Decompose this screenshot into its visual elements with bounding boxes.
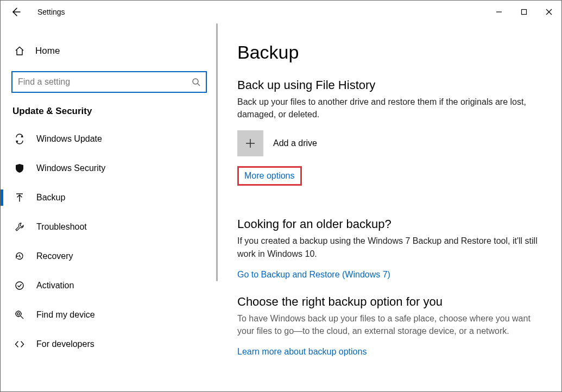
home-label: Home xyxy=(35,46,60,56)
older-title: Looking for an older backup? xyxy=(237,217,538,231)
titlebar: Settings xyxy=(1,1,561,23)
svg-rect-1 xyxy=(522,10,527,15)
home-icon xyxy=(14,45,26,57)
older-desc: If you created a backup using the Window… xyxy=(237,235,538,260)
sidebar-item-label: Windows Update xyxy=(36,134,102,144)
add-drive-label: Add a drive xyxy=(273,138,317,148)
add-drive-row[interactable]: Add a drive xyxy=(237,130,538,156)
sidebar-item-label: Windows Security xyxy=(36,163,105,173)
section-file-history: Back up using File History Back up your … xyxy=(237,78,538,202)
file-history-title: Back up using File History xyxy=(237,78,538,92)
window-title: Settings xyxy=(37,8,65,16)
search-box[interactable] xyxy=(11,71,207,93)
minimize-button[interactable] xyxy=(487,1,512,23)
sidebar-item-label: For developers xyxy=(36,339,94,349)
section-older-backup: Looking for an older backup? If you crea… xyxy=(237,217,538,279)
svg-line-5 xyxy=(198,84,200,86)
more-options-highlight: More options xyxy=(237,166,302,186)
history-icon xyxy=(14,250,26,262)
check-circle-icon xyxy=(14,280,26,292)
sidebar-item-for-developers[interactable]: For developers xyxy=(1,330,218,359)
main-content: Backup Back up using File History Back u… xyxy=(218,23,561,391)
backup-icon xyxy=(14,192,26,204)
sidebar-item-label: Recovery xyxy=(36,251,73,261)
choose-desc: To have Windows back up your files to a … xyxy=(237,312,538,337)
shield-icon xyxy=(14,162,26,174)
backup-restore-win7-link[interactable]: Go to Backup and Restore (Windows 7) xyxy=(237,270,538,280)
sync-icon xyxy=(14,133,26,145)
svg-point-9 xyxy=(16,311,21,317)
location-icon xyxy=(14,309,26,321)
sidebar-item-recovery[interactable]: Recovery xyxy=(1,242,218,271)
plus-icon[interactable] xyxy=(237,130,263,156)
category-title: Update & Security xyxy=(1,103,218,124)
sidebar-item-troubleshoot[interactable]: Troubleshoot xyxy=(1,212,218,242)
sidebar-scrollbar-thumb[interactable] xyxy=(216,23,218,281)
sidebar-item-windows-security[interactable]: Windows Security xyxy=(1,154,218,183)
page-title: Backup xyxy=(237,42,538,63)
sidebar-item-windows-update[interactable]: Windows Update xyxy=(1,124,218,154)
titlebar-left: Settings xyxy=(10,7,65,17)
window-controls xyxy=(487,1,561,23)
file-history-desc: Back up your files to another drive and … xyxy=(237,96,538,121)
learn-more-link[interactable]: Learn more about backup options xyxy=(237,347,538,357)
nav-list: Windows UpdateWindows SecurityBackupTrou… xyxy=(1,124,218,359)
more-options-link[interactable]: More options xyxy=(244,171,295,180)
sidebar: Home Update & Security Windows UpdateWin… xyxy=(1,23,218,391)
sidebar-scrollbar[interactable] xyxy=(216,23,218,391)
sidebar-item-find-my-device[interactable]: Find my device xyxy=(1,300,218,330)
svg-point-4 xyxy=(193,79,198,84)
sidebar-item-label: Activation xyxy=(36,281,74,290)
sidebar-item-label: Troubleshoot xyxy=(36,222,87,232)
sidebar-item-backup[interactable]: Backup xyxy=(1,183,218,212)
sidebar-item-label: Backup xyxy=(36,193,65,203)
maximize-button[interactable] xyxy=(512,1,536,23)
back-button[interactable] xyxy=(10,7,21,17)
svg-point-8 xyxy=(17,313,20,315)
search-input[interactable] xyxy=(18,77,192,87)
sidebar-item-activation[interactable]: Activation xyxy=(1,271,218,300)
developer-icon xyxy=(14,338,26,350)
close-button[interactable] xyxy=(536,1,561,23)
section-choose-option: Choose the right backup option for you T… xyxy=(237,295,538,357)
wrench-icon xyxy=(14,221,26,233)
search-container xyxy=(11,71,207,93)
choose-title: Choose the right backup option for you xyxy=(237,295,538,309)
svg-point-7 xyxy=(16,282,23,289)
sidebar-item-label: Find my device xyxy=(36,310,95,320)
settings-window: Settings Home xyxy=(0,0,562,392)
home-nav[interactable]: Home xyxy=(1,39,218,64)
body: Home Update & Security Windows UpdateWin… xyxy=(1,23,561,391)
search-icon xyxy=(192,78,200,86)
